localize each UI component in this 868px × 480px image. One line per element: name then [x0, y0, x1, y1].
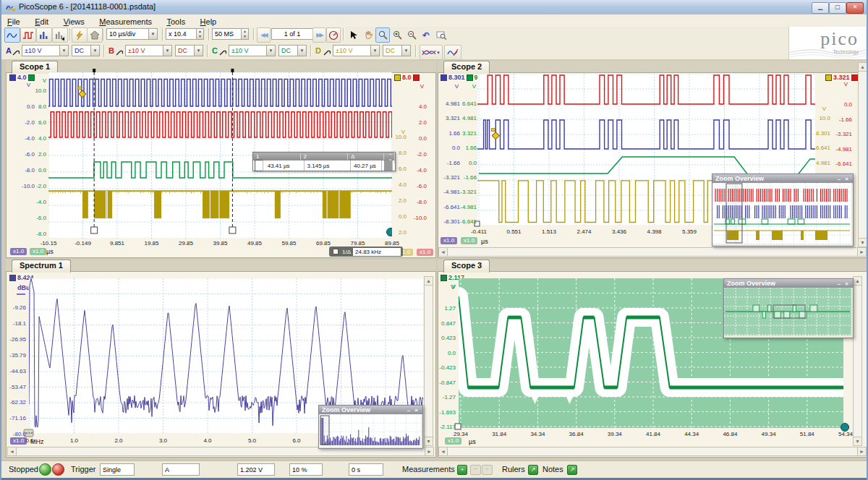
zoom-overview-buttons[interactable]: – × [407, 407, 420, 413]
trigger-delay-field[interactable]: 0 s [349, 463, 383, 476]
scope3-zoom-overview-window[interactable]: Zoom Overview – × [723, 278, 854, 338]
scope2-green-zoom-badge[interactable]: x1.0 [461, 237, 477, 244]
timebase-dropdown-icon[interactable]: ▼ [148, 28, 158, 40]
menu-help[interactable]: Help [195, 17, 223, 27]
spectrum1-zoom-badge[interactable]: x1.0 [10, 437, 27, 445]
spectrum1-scroll-right[interactable]: ► [425, 447, 434, 456]
scope3-scroll-up[interactable]: ▲ [853, 276, 862, 286]
tab-scope3[interactable]: Scope 3 [443, 260, 490, 273]
scope2-scroll-up[interactable]: ▲ [858, 62, 867, 72]
maximize-button[interactable]: ▢ [829, 2, 846, 14]
minimize-button[interactable]: ▁ [812, 2, 829, 14]
channel-a-label[interactable]: A [6, 46, 12, 55]
scope-mode-button[interactable] [4, 27, 20, 43]
scope2-scroll-right[interactable]: ► [857, 247, 867, 257]
prev-waveform-button[interactable]: ◀◀ [257, 27, 271, 43]
channel-d-coupling-select[interactable]: DC [383, 45, 403, 56]
menu-tools[interactable]: Tools [161, 17, 191, 27]
channel-a-coupling-dropdown-icon[interactable]: ▼ [90, 45, 100, 56]
timebase-select[interactable]: 10 µs/div [106, 28, 150, 40]
math-channels-button[interactable] [444, 45, 461, 60]
channel-b-range-dropdown-icon[interactable]: ▼ [163, 45, 172, 56]
edit-measurement-button-disabled[interactable]: ▫ [482, 465, 493, 475]
ruler-legend-table[interactable]: 1 2 Δ – × 43.41 µs 3.145 µs 40.27 µs [252, 152, 396, 171]
samples-spinner[interactable]: ▲▼ [241, 28, 249, 40]
titlebar[interactable]: PicoScope 6 - [20141118-0001.psdata] ▁ ▢… [1, 0, 867, 15]
zoom-out-tool[interactable] [404, 27, 419, 43]
add-measurement-button[interactable]: + [457, 465, 467, 475]
remove-measurement-button-disabled[interactable]: − [470, 465, 481, 475]
spectrum1-scroll-down[interactable]: ▼ [424, 437, 433, 446]
lock-icon[interactable] [384, 160, 393, 171]
scope1-red-zoom-badge[interactable]: x1.0 [417, 249, 433, 256]
scope2-zoom-overview-titlebar[interactable]: Zoom Overview – × [712, 174, 853, 183]
channel-d-range-select[interactable]: ±10 V [333, 45, 372, 56]
zoom-selection-rect[interactable] [726, 184, 742, 243]
channel-a-range-dropdown-icon[interactable]: ▼ [59, 45, 69, 56]
channel-b-coupling-dropdown-icon[interactable]: ▼ [194, 45, 203, 56]
scope2-horizontal-scrollbar[interactable] [438, 247, 867, 257]
trigger-source-select[interactable]: A [162, 463, 200, 476]
channel-b-coupling-select[interactable]: DC [175, 45, 195, 56]
home-button[interactable] [87, 27, 103, 43]
normal-selection-tool[interactable] [346, 27, 361, 43]
frequency-legend[interactable]: 1/Δ 24.83 kHz [329, 247, 403, 257]
channel-a-range-select[interactable]: ±10 V [22, 45, 61, 56]
scope3-scroll-left[interactable]: ◄ [438, 447, 448, 456]
tab-spectrum1[interactable]: Spectrum 1 [12, 260, 71, 273]
scope2-zoom-overview-window[interactable]: Zoom Overview – × [712, 173, 854, 247]
scope3-scroll-right[interactable]: ► [857, 447, 867, 456]
scope2-vertical-scrollbar[interactable] [858, 62, 867, 247]
channel-b-probe-icon[interactable] [116, 49, 123, 56]
menu-edit[interactable]: Edit [29, 17, 54, 27]
trigger-level-field[interactable]: 1.202 V [237, 463, 275, 476]
next-waveform-button[interactable]: ▶▶ [312, 27, 326, 43]
zoom-selection-rect[interactable] [320, 416, 329, 445]
buffer-navigator-button[interactable] [326, 27, 341, 43]
scope2-scroll-down[interactable]: ▼ [858, 238, 867, 247]
channel-b-range-select[interactable]: ±10 V [125, 45, 164, 56]
start-button[interactable] [39, 463, 51, 476]
menu-file[interactable]: File [1, 17, 26, 27]
stop-button[interactable] [52, 463, 64, 476]
spectrum1-scroll-up[interactable]: ▲ [424, 276, 433, 286]
tab-scope1[interactable]: Scope 1 [12, 61, 58, 74]
spectrum1-zoom-overview-titlebar[interactable]: Zoom Overview – × [319, 406, 422, 414]
scope2-scroll-left[interactable]: ◄ [438, 247, 448, 257]
scope1-green-zoom-badge[interactable]: x1.0 [30, 248, 46, 255]
zoom-overview-button[interactable] [433, 27, 449, 43]
spectrum1-vertical-scrollbar[interactable] [424, 276, 433, 446]
scope3-horizontal-scrollbar[interactable] [438, 447, 867, 456]
persistence-mode-button[interactable] [20, 27, 36, 43]
scope3-scroll-down[interactable]: ▼ [853, 437, 862, 446]
autosetup-button[interactable] [72, 27, 88, 43]
zoom-overview-buttons[interactable]: – × [838, 280, 850, 287]
channel-c-coupling-select[interactable]: DC [278, 45, 299, 56]
rulers-panel-button[interactable]: ↗ [528, 465, 538, 475]
scope2-zoom-overview-mini[interactable] [712, 183, 851, 244]
zoom-overview-buttons[interactable]: – × [838, 176, 850, 182]
close-button[interactable]: ✕ [846, 2, 864, 14]
samples-field[interactable]: 50 MS [212, 28, 242, 40]
channel-a-coupling-select[interactable]: DC [72, 45, 92, 56]
scope1-blue-zoom-badge[interactable]: x1.0 [10, 248, 27, 255]
channel-c-label[interactable]: C [212, 46, 218, 55]
channel-b-label[interactable]: B [109, 46, 114, 55]
undo-zoom-button[interactable]: ↶ [419, 27, 433, 43]
channel-c-probe-icon[interactable] [219, 49, 226, 56]
channel-c-coupling-dropdown-icon[interactable]: ▼ [297, 45, 307, 56]
channel-d-range-dropdown-icon[interactable]: ▼ [370, 45, 380, 56]
hand-tool[interactable] [361, 27, 375, 43]
channel-d-probe-icon[interactable] [323, 49, 331, 56]
buffer-page-field[interactable]: 1 of 1 [271, 28, 313, 40]
channel-c-range-select[interactable]: ±10 V [229, 45, 268, 56]
channel-a-probe-icon[interactable] [12, 49, 20, 56]
scope2-blue-zoom-badge[interactable]: x1.0 [441, 237, 457, 244]
menu-measurements[interactable]: Measurements [93, 17, 158, 27]
spectrum1-scroll-left[interactable]: ◄ [7, 447, 17, 456]
alarms-button[interactable] [52, 27, 68, 43]
zoom-factor-spinner[interactable]: ▲▼ [196, 28, 204, 40]
channel-c-range-dropdown-icon[interactable]: ▼ [266, 45, 276, 56]
menu-views[interactable]: Views [58, 17, 90, 27]
spectrum1-zoom-overview-mini[interactable] [319, 414, 421, 447]
